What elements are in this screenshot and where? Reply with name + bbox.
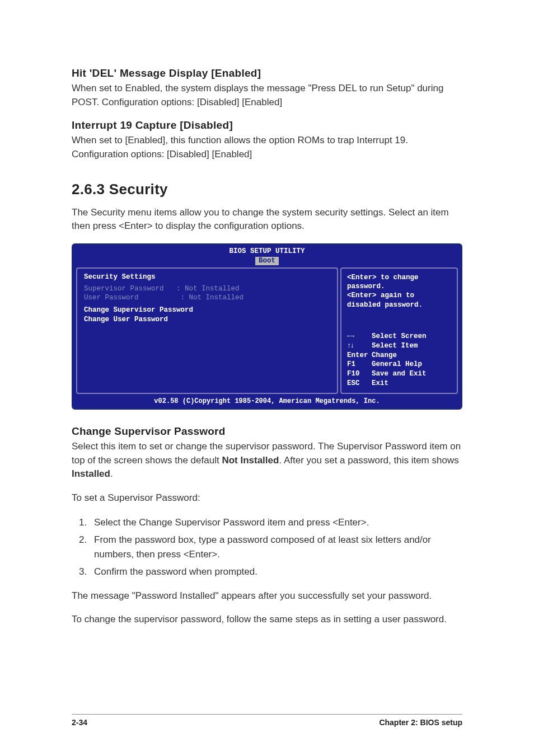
bios-row-supervisor-label: Supervisor Password [84, 285, 164, 293]
body-hit-del: When set to Enabled, the system displays… [72, 82, 462, 109]
bios-nav: Select Screen Select Item EnterChange F1… [347, 332, 451, 388]
nav-label-save-exit: Save and Exit [372, 370, 427, 378]
bios-item-change-user: Change User Password [84, 315, 330, 324]
bios-item-change-supervisor: Change Supervisor Password [84, 306, 330, 314]
nav-key-lr-icon [347, 332, 372, 341]
cpw-bold-installed: Installed [72, 468, 110, 479]
nav-key-enter: Enter [347, 351, 372, 360]
nav-label-change: Change [372, 351, 397, 359]
nav-label-select-screen: Select Screen [372, 332, 427, 340]
step-2: From the password box, type a password c… [90, 533, 462, 561]
bios-left-title: Security Settings [84, 273, 330, 281]
heading-security: 2.6.3 Security [72, 181, 462, 198]
body-msg-after: The message "Password Installed" appears… [72, 589, 462, 603]
step-1: Select the Change Supervisor Password it… [90, 515, 462, 530]
bios-right-pane: <Enter> to change password. <Enter> agai… [340, 267, 458, 394]
heading-change-supervisor: Change Supervisor Password [72, 425, 462, 438]
bios-header: BIOS SETUP UTILITY Boot [74, 246, 460, 265]
bios-screenshot: BIOS SETUP UTILITY Boot Security Setting… [72, 243, 462, 410]
bios-header-title: BIOS SETUP UTILITY [229, 247, 305, 255]
bios-row-user: User Password : Not Installed [84, 293, 330, 302]
bios-row-user-label: User Password [84, 294, 139, 302]
heading-int19: Interrupt 19 Capture [Disabled] [72, 119, 462, 132]
bios-row-user-value: : Not Installed [181, 294, 244, 302]
cpw-post: . [110, 468, 113, 479]
cpw-bold-not-installed: Not Installed [222, 455, 279, 466]
bios-row-supervisor-value: : Not Installed [176, 285, 240, 293]
cpw-mid: . After you set a password, this item sh… [279, 455, 458, 466]
body-int19: When set to [Enabled], this function all… [72, 134, 462, 161]
nav-label-general-help: General Help [372, 360, 422, 368]
nav-label-exit: Exit [372, 379, 388, 387]
page-footer: 2-34 Chapter 2: BIOS setup [72, 714, 462, 727]
nav-key-esc: ESC [347, 379, 372, 388]
steps-list: Select the Change Supervisor Password it… [90, 515, 462, 579]
body-security-intro: The Security menu items allow you to cha… [72, 206, 462, 233]
page-number: 2-34 [72, 718, 87, 727]
nav-key-f10: F10 [347, 369, 372, 379]
bios-footer: v02.58 (C)Copyright 1985-2004, American … [74, 396, 460, 407]
step-3: Confirm the password when prompted. [90, 565, 462, 579]
bios-row-supervisor: Supervisor Password : Not Installed [84, 284, 330, 293]
body-to-set: To set a Supervisor Password: [72, 491, 462, 505]
heading-hit-del: Hit 'DEL' Message Display [Enabled] [72, 67, 462, 79]
chapter-label: Chapter 2: BIOS setup [379, 718, 462, 727]
nav-label-select-item: Select Item [372, 342, 418, 350]
nav-key-ud-icon [347, 341, 372, 351]
bios-left-pane: Security Settings Supervisor Password : … [76, 267, 338, 394]
bios-body: Security Settings Supervisor Password : … [74, 265, 460, 396]
bios-header-tab: Boot [255, 257, 279, 265]
body-change-supervisor: Select this item to set or change the su… [72, 440, 462, 481]
body-to-change: To change the supervisor password, follo… [72, 613, 462, 627]
nav-key-f1: F1 [347, 360, 372, 369]
bios-help-text: <Enter> to change password. <Enter> agai… [347, 273, 451, 309]
